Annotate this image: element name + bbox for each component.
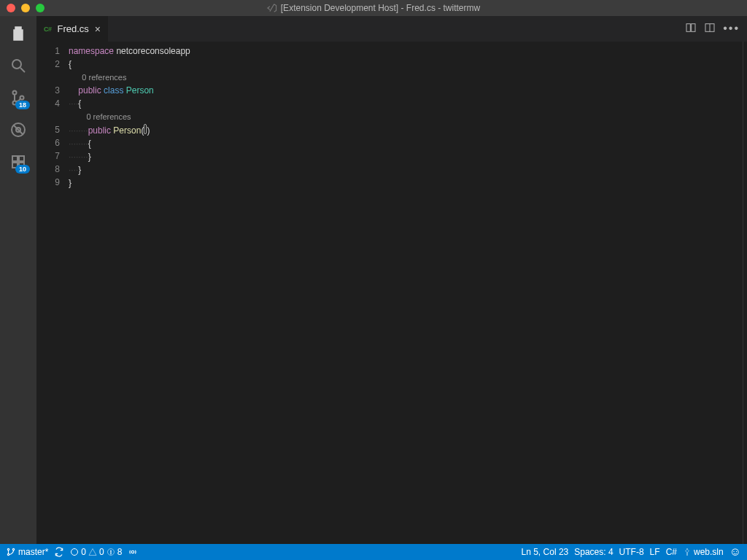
vscode-icon — [267, 3, 277, 13]
minimize-window[interactable] — [21, 4, 30, 12]
svg-rect-6 — [12, 156, 18, 161]
feedback-icon[interactable]: ☺ — [729, 545, 741, 559]
editor[interactable]: 123456789 namespace netcoreconsoleapp { … — [36, 42, 747, 544]
svg-text:i: i — [110, 550, 112, 555]
cursor-position[interactable]: Ln 5, Col 23 — [522, 547, 569, 557]
line-numbers: 123456789 — [36, 42, 69, 544]
titlebar: [Extension Development Host] - Fred.cs -… — [0, 0, 747, 16]
git-branch[interactable]: master* — [6, 547, 48, 557]
project[interactable]: web.sln — [683, 547, 724, 557]
zoom-window[interactable] — [36, 4, 44, 12]
more-icon[interactable]: ••• — [723, 22, 740, 36]
problems[interactable]: 0 0 i8 — [70, 547, 122, 557]
extensions-icon[interactable]: 10 — [8, 152, 28, 172]
svg-rect-10 — [686, 23, 690, 31]
codelens[interactable]: 0 references — [69, 73, 126, 82]
svg-point-14 — [7, 553, 9, 555]
search-icon[interactable] — [8, 55, 28, 76]
scrollbar[interactable] — [743, 42, 747, 544]
split-editor-icon[interactable] — [704, 22, 716, 36]
svg-rect-11 — [692, 23, 695, 31]
svg-point-0 — [12, 60, 21, 69]
svg-point-1 — [13, 91, 17, 95]
window-title: [Extension Development Host] - Fred.cs -… — [267, 3, 480, 13]
language-mode[interactable]: C# — [666, 547, 677, 557]
code-content[interactable]: namespace netcoreconsoleapp { 0 referenc… — [69, 42, 190, 544]
scm-icon[interactable]: 18 — [8, 88, 28, 108]
close-window[interactable] — [7, 4, 15, 12]
debug-icon[interactable] — [8, 120, 28, 140]
compare-icon[interactable] — [685, 22, 697, 36]
tabs: C# Fred.cs × ••• — [36, 16, 747, 42]
svg-point-13 — [7, 548, 9, 550]
explorer-icon[interactable] — [8, 23, 28, 44]
scm-badge: 18 — [15, 101, 30, 109]
eol[interactable]: LF — [650, 547, 660, 557]
live-server-icon[interactable] — [128, 547, 138, 557]
codelens[interactable]: 0 references — [69, 112, 131, 121]
text-cursor — [144, 124, 147, 134]
encoding[interactable]: UTF-8 — [619, 547, 644, 557]
tab-label: Fred.cs — [58, 23, 89, 34]
statusbar: master* 0 0 i8 Ln 5, Col 23 Spaces: 4 UT… — [0, 544, 747, 560]
window-controls — [0, 4, 44, 12]
close-icon[interactable]: × — [95, 24, 101, 34]
svg-rect-9 — [19, 156, 24, 161]
tab-fred-cs[interactable]: C# Fred.cs × — [36, 16, 108, 42]
indent[interactable]: Spaces: 4 — [574, 547, 613, 557]
csharp-lang-icon: C# — [44, 26, 52, 33]
svg-point-15 — [12, 548, 14, 550]
sync-icon[interactable] — [54, 547, 64, 557]
svg-point-19 — [132, 551, 135, 553]
ext-badge: 10 — [15, 165, 30, 174]
activitybar: 18 10 — [0, 16, 36, 544]
